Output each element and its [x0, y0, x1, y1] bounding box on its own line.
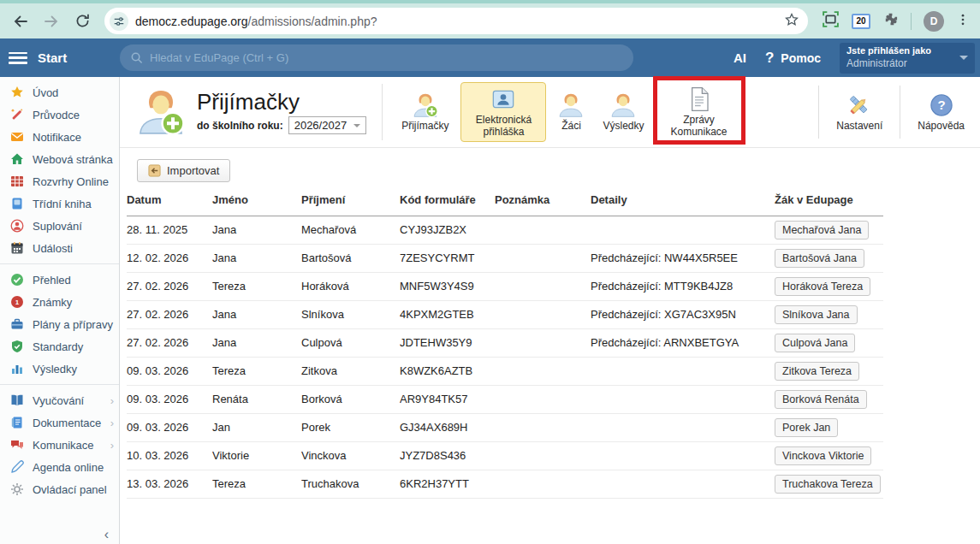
cell-last-name: Zitkova: [301, 357, 400, 385]
ai-button[interactable]: AI: [734, 50, 746, 65]
browser-forward-button[interactable]: [38, 8, 65, 35]
sidebar-collapse-chevron[interactable]: ‹: [104, 527, 109, 542]
sidebar-group: ÚvodPrůvodceNotifikaceWebová stránkaRozv…: [0, 77, 119, 263]
student-button[interactable]: Mechařová Jana: [775, 221, 869, 239]
sidebar-item-label: Přehled: [33, 274, 71, 287]
import-button[interactable]: Importovat: [137, 159, 230, 182]
student-button[interactable]: Porek Jan: [775, 418, 838, 437]
student-button[interactable]: Vinckova Viktorie: [775, 446, 871, 465]
cell-first-name: Viktorie: [212, 441, 301, 470]
screenshot-tool-icon[interactable]: [822, 10, 840, 32]
sidebar-item-plany-a-pripravy[interactable]: Plány a přípravy: [0, 313, 119, 335]
help-button[interactable]: ? Pomoc: [765, 50, 821, 67]
extension-badge-20[interactable]: 20: [852, 14, 870, 29]
table-row[interactable]: 13. 03. 2026TerezaTruchakova6KR2H37YTTTr…: [127, 470, 883, 498]
sidebar-item-komunikace[interactable]: Komunikace›: [0, 434, 119, 456]
global-search[interactable]: [120, 44, 633, 71]
sidebar-item-uvod[interactable]: Úvod: [0, 81, 119, 103]
sidebar-item-znamky[interactable]: 1Známky: [0, 291, 119, 313]
chat-icon: [10, 438, 24, 452]
site-settings-icon[interactable]: [110, 12, 128, 31]
cell-student: Truchakova Tereza: [775, 470, 883, 498]
extensions-puzzle-icon[interactable]: [882, 11, 899, 31]
sidebar-item-dokumentace[interactable]: Dokumentace›: [0, 411, 119, 434]
table-row[interactable]: 09. 03. 2026JanPorekGJ34AX689HPorek Jan: [127, 413, 883, 441]
cell-student: Zitkova Tereza: [775, 357, 883, 385]
cell-form-code: GJ34AX689H: [400, 413, 495, 441]
sidebar-item-udalosti[interactable]: Události: [0, 237, 119, 259]
sidebar-item-webova-stranka[interactable]: Webová stránka: [0, 148, 119, 170]
column-header-zak-v-edupage: Žák v Edupage: [775, 190, 883, 216]
profile-avatar[interactable]: D: [924, 11, 944, 32]
browser-menu-icon[interactable]: [956, 13, 970, 30]
sidebar-item-agenda-online[interactable]: Agenda online: [0, 456, 119, 478]
header-divider: [382, 84, 383, 140]
logged-in-user-dropdown[interactable]: Jste přihlášen jako Administrátor: [840, 43, 975, 74]
cell-date: 28. 11. 2025: [127, 216, 212, 244]
student-button[interactable]: Bartošová Jana: [775, 249, 864, 268]
sidebar-item-standardy[interactable]: Standardy: [0, 335, 119, 358]
sidebar-item-label: Agenda online: [33, 461, 104, 474]
sidebar-item-prehled[interactable]: Přehled: [0, 269, 119, 291]
search-input[interactable]: [150, 51, 623, 64]
sidebar-item-notifikace[interactable]: Notifikace: [0, 126, 119, 148]
browser-back-button[interactable]: [7, 8, 34, 35]
cell-form-code: 7ZESYCYRMT: [400, 244, 495, 272]
cell-first-name: Tereza: [212, 272, 301, 300]
student-button[interactable]: Slníkova Jana: [775, 305, 858, 324]
url-bar[interactable]: democz.edupage.org/admissions/admin.php?: [104, 8, 808, 34]
tab-zaci[interactable]: Žáci: [551, 82, 591, 142]
school-year-label: do školního roku:: [197, 120, 283, 132]
student-button[interactable]: Borková Renáta: [775, 390, 867, 409]
cell-form-code: K8WZK6AZTB: [400, 357, 495, 385]
cell-details: [591, 441, 775, 470]
hamburger-menu-icon[interactable]: [9, 52, 27, 64]
action-nastaveni[interactable]: Nastavení: [829, 82, 889, 142]
action-napoveda[interactable]: ?Nápověda: [911, 82, 971, 142]
sidebar-item-vyucovani[interactable]: Vyučování›: [0, 389, 119, 411]
person-icon: [610, 92, 636, 118]
tab-prijimacky[interactable]: Přijímačky: [395, 82, 455, 142]
tab-vysledky[interactable]: Výsledky: [596, 82, 650, 142]
sidebar-item-vysledky[interactable]: Výsledky: [0, 358, 119, 380]
student-button[interactable]: Culpová Jana: [775, 334, 855, 352]
start-menu-label[interactable]: Start: [38, 50, 67, 65]
student-button[interactable]: Horáková Tereza: [775, 277, 870, 296]
sidebar-item-label: Suplování: [33, 220, 82, 233]
table-row[interactable]: 27. 02. 2026JanaSlníkova4KPXM2GTEBPředch…: [127, 300, 883, 328]
browser-reload-button[interactable]: [68, 8, 96, 35]
bookmark-star-icon[interactable]: [784, 12, 799, 31]
table-row[interactable]: 10. 03. 2026ViktorieVinckovaJYZ7D8S436Vi…: [127, 441, 883, 470]
sidebar-item-label: Plány a přípravy: [33, 318, 113, 331]
table-row[interactable]: 09. 03. 2026TerezaZitkovaK8WZK6AZTBZitko…: [127, 357, 883, 385]
table-row[interactable]: 28. 11. 2025JanaMechařováCYJ93JZB2XMecha…: [127, 216, 883, 244]
sidebar-item-rozvrhy-online[interactable]: Rozvrhy Online: [0, 170, 119, 192]
sidebar-item-ovladaci-panel[interactable]: Ovládací panel: [0, 478, 119, 500]
student-button[interactable]: Zitkova Tereza: [775, 362, 859, 381]
tab-elektronicka-prihlaska[interactable]: Elektronická přihláška: [460, 82, 546, 142]
sidebar-item-tridni-kniha[interactable]: Třídní kniha: [0, 192, 119, 215]
cell-last-name: Porek: [301, 413, 400, 441]
admissions-module-icon: [137, 88, 185, 136]
table-row[interactable]: 27. 02. 2026TerezaHorákováMNF5W3Y4S9Před…: [127, 272, 883, 300]
bar-chart-icon: [10, 362, 24, 375]
pen-icon: [10, 460, 24, 474]
sidebar-item-label: Ovládací panel: [33, 483, 107, 496]
table-row[interactable]: 27. 02. 2026JanaCulpováJDTEHW35Y9Předchá…: [127, 328, 883, 357]
student-button[interactable]: Truchakova Tereza: [775, 475, 881, 494]
table-row[interactable]: 12. 02. 2026JanaBartošová7ZESYCYRMTPředc…: [127, 244, 883, 272]
cell-first-name: Jana: [212, 328, 301, 357]
sidebar-item-pruvodce[interactable]: Průvodce: [0, 103, 119, 126]
url-domain: democz.edupage.org: [135, 15, 248, 28]
cell-student: Borková Renáta: [775, 385, 883, 413]
sidebar-item-suplovani[interactable]: Suplování: [0, 215, 119, 237]
reload-icon: [74, 13, 91, 29]
content-area: Importovat DatumJménoPříjmeníKód formulá…: [120, 148, 980, 544]
table-row[interactable]: 09. 03. 2026RenátaBorkováAR9Y84TK57Borko…: [127, 385, 883, 413]
mail-icon: [10, 130, 24, 144]
tab-zpravy-komunikace[interactable]: Zprávy Komunikace: [656, 82, 742, 142]
help-label: Pomoc: [781, 51, 821, 65]
school-year-select[interactable]: 2026/2027: [288, 116, 366, 134]
sidebar-group: Vyučování›Dokumentace›Komunikace›Agenda …: [0, 384, 119, 505]
school-year-value: 2026/2027: [294, 119, 347, 132]
